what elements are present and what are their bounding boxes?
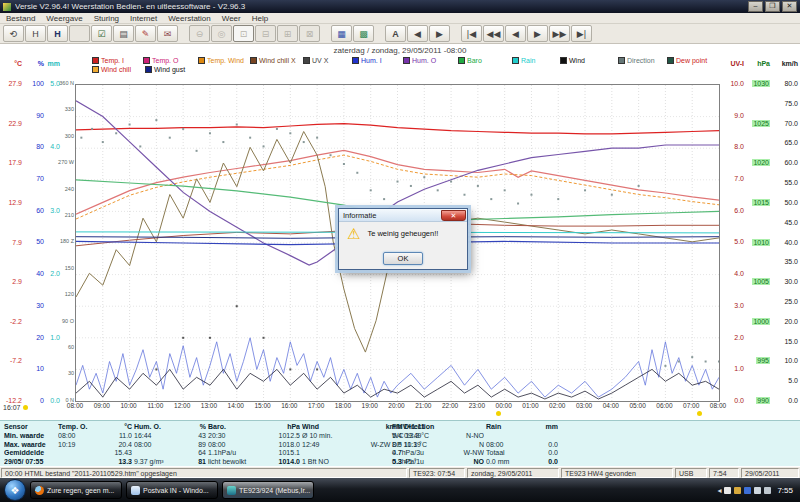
summary-cell: W-NW: [444, 449, 484, 458]
first-day-button[interactable]: |◀: [461, 25, 482, 42]
legend-label: Direction: [627, 57, 655, 64]
menu-weer[interactable]: Weer: [222, 14, 241, 23]
x-tick-label: 19:00: [356, 402, 384, 409]
axis-km/h: km/h80.075.070.065.060.055.050.045.040.0…: [772, 44, 798, 420]
table-view-button[interactable]: ▦: [331, 25, 352, 42]
legend-label: Wind gust: [154, 66, 185, 73]
taskbar-button[interactable]: Postvak IN - Windo...: [126, 481, 218, 499]
menu-weerstation[interactable]: Weerstation: [168, 14, 211, 23]
axis-tick-label: 5.0: [722, 238, 744, 245]
shield-icon[interactable]: [734, 487, 741, 494]
menu-weergave[interactable]: Weergave: [46, 14, 82, 23]
sun-marker-icon: [697, 411, 702, 416]
axis-tick-label: 1015: [752, 199, 770, 206]
summary-cell: 16:44: [134, 432, 178, 441]
legend-label: UV X: [312, 57, 328, 64]
legend-label: Temp. Wind: [207, 57, 244, 64]
x-tick-label: 08:00: [704, 402, 732, 409]
axis-tick-label: 22.9: [2, 120, 22, 127]
print-button[interactable]: ▤: [113, 25, 134, 42]
axis-tick-label: 30.0: [772, 278, 798, 285]
legend-swatch: [145, 66, 152, 73]
network-icon[interactable]: [754, 487, 761, 494]
menu-sturing[interactable]: Sturing: [94, 14, 119, 23]
dialog-ok-button[interactable]: OK: [383, 252, 423, 265]
dialog-close-button[interactable]: ✕: [441, 210, 466, 221]
volume-icon[interactable]: [764, 487, 771, 494]
chart-edit-button[interactable]: ✎: [135, 25, 156, 42]
chart-title: zaterdag / zondag, 29/05/2011 -08:00: [0, 46, 800, 55]
flag-icon[interactable]: [724, 487, 731, 494]
taskbar-button[interactable]: TE923/924 (Mebus,Ir...: [222, 481, 314, 499]
pmv-line: WC 13.3 °C: [392, 432, 429, 441]
legend-label: Rain: [521, 57, 535, 64]
font-button[interactable]: A: [385, 25, 406, 42]
close-button[interactable]: ✕: [782, 1, 797, 12]
prev-week-button[interactable]: ◀◀: [483, 25, 504, 42]
taskbar-button[interactable]: Zure regen, geen m...: [30, 481, 122, 499]
axis-tick-label: 50: [28, 238, 44, 245]
summary-cell: [486, 432, 528, 441]
maximize-button[interactable]: ❐: [765, 1, 780, 12]
prev-day-button[interactable]: ◀: [505, 25, 526, 42]
summary-cell: 12:49: [302, 441, 352, 450]
undo-button[interactable]: ⟲: [3, 25, 24, 42]
prev-button[interactable]: ◀: [407, 25, 428, 42]
legend-temp-wind: Temp. Wind: [198, 57, 244, 64]
title-bar[interactable]: Versie V2.96.4! Weerstation Bedien- en u…: [0, 0, 800, 13]
axis-tick-label: 10: [28, 365, 44, 372]
x-tick-label: 16:00: [275, 402, 303, 409]
axis-tick-label: 5.0: [772, 377, 798, 384]
axis-tick-label: 80: [28, 143, 44, 150]
x-tick-label: 14:00: [222, 402, 250, 409]
summary-cell: 20:30: [208, 432, 258, 441]
axis-tick-label: 70: [28, 175, 44, 182]
last-day-button[interactable]: ▶|: [571, 25, 592, 42]
start-button[interactable]: ❖: [4, 479, 26, 501]
next-button[interactable]: ▶: [429, 25, 450, 42]
summary-cell: [58, 449, 96, 458]
summary-cell: 08:00: [486, 441, 528, 450]
zoom-in-button: ⊠: [299, 25, 320, 42]
axis-tick-label: 60: [56, 344, 74, 351]
menu-bestand[interactable]: Bestand: [6, 14, 35, 23]
html-button[interactable]: H: [25, 25, 46, 42]
chart-view-button[interactable]: ▩: [353, 25, 374, 42]
axis-tick-label: 9.0: [722, 112, 744, 119]
menu-help[interactable]: Help: [252, 14, 268, 23]
axis-tick-label: 7.0: [722, 175, 744, 182]
status-segment-1: zondag, 29/05/2011: [467, 468, 559, 478]
summary-header-cell: Hum. O.: [134, 423, 178, 432]
summary-cell: N: [444, 441, 484, 450]
summary-cell: 15.43: [98, 449, 132, 458]
legend-swatch: [403, 57, 410, 64]
axis-tick-label: 0.0: [772, 397, 798, 404]
axis-tick-label: 6.0: [722, 207, 744, 214]
summary-header-cell: Baro.: [208, 423, 258, 432]
summary-table: SensorTemp. O.°CHum. O.%Baro.hPaWindkm/h…: [4, 423, 558, 467]
updates-icon[interactable]: [744, 487, 751, 494]
minimize-button[interactable]: –: [748, 1, 763, 12]
monitor-check-button[interactable]: ☑: [91, 25, 112, 42]
axis-tick-label: 330: [56, 106, 74, 113]
axis-tick-label: 20: [28, 334, 44, 341]
axis-tick-label: 300: [56, 133, 74, 140]
save-html-button[interactable]: H: [47, 25, 68, 42]
next-week-button[interactable]: ▶▶: [549, 25, 570, 42]
summary-cell: 0.0: [530, 449, 558, 458]
show-hidden-icons-button[interactable]: ◂: [717, 486, 721, 495]
summary-cell: N-NO: [444, 432, 484, 441]
axis-tick-label: 1005: [752, 278, 770, 285]
mail-button[interactable]: ✉: [157, 25, 178, 42]
legend-swatch: [458, 57, 465, 64]
app-icon: [3, 3, 11, 11]
series-temp-in: [76, 124, 719, 134]
legend-label: Wind chill X: [259, 57, 296, 64]
axis-tick-label: 1000: [752, 318, 770, 325]
clock[interactable]: 7:55: [777, 486, 793, 495]
summary-panel: SensorTemp. O.°CHum. O.%Baro.hPaWindkm/h…: [0, 420, 800, 466]
legend-swatch: [512, 57, 519, 64]
legend-hum-o: Hum. O: [403, 57, 436, 64]
next-day-button[interactable]: ▶: [527, 25, 548, 42]
menu-internet[interactable]: Internet: [130, 14, 157, 23]
